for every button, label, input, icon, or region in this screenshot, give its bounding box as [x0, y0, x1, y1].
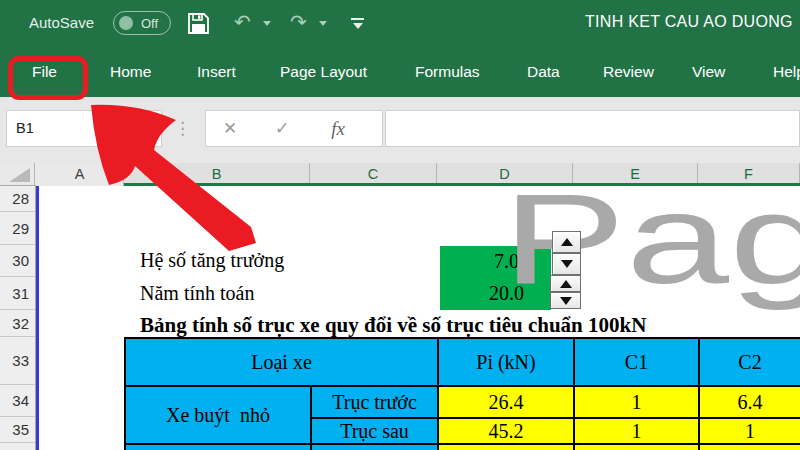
row-header-36[interactable]: 36 [0, 443, 35, 450]
year-spinner-up-button[interactable] [550, 275, 581, 292]
file-highlight-annotation [8, 56, 88, 100]
select-all-corner[interactable] [0, 163, 35, 186]
cell-c1[interactable]: C1 [573, 337, 698, 385]
namebox-resize-handle-icon[interactable]: ⋮ [174, 110, 191, 147]
row-header-28[interactable]: 28 [0, 186, 35, 212]
cell-pi-row2[interactable]: 45.2 [437, 417, 573, 443]
row-header-column: 28 29 30 31 32 33 34 35 36 [0, 186, 36, 450]
formula-button-panel: ✕ ✓ fx [205, 110, 383, 147]
row-header-29[interactable]: 29 [0, 212, 35, 245]
enter-icon[interactable]: ✓ [262, 111, 302, 146]
cell-loai-xe[interactable]: Loại xe [124, 337, 437, 385]
tab-data[interactable]: Data [527, 63, 560, 81]
tab-page-layout[interactable]: Page Layout [280, 63, 367, 81]
cell-c1-row1[interactable]: 1 [573, 385, 698, 417]
cell-truc-truoc-2[interactable]: Trục trước [310, 443, 437, 450]
cell-truc-truoc[interactable]: Trục trước [310, 385, 437, 417]
calc-year-label: Năm tính toán [140, 282, 254, 305]
save-icon[interactable] [187, 12, 210, 35]
selected-columns-underline [124, 183, 800, 186]
cell-c2-row1[interactable]: 6.4 [698, 385, 800, 417]
formula-bar-band: B1 ⋮ ✕ ✓ fx [0, 97, 800, 163]
formula-input[interactable] [385, 110, 800, 147]
qat-customize-arrow-icon[interactable] [353, 23, 363, 29]
cell-pi-row3[interactable]: 56.0 [437, 443, 573, 450]
row-header-31[interactable]: 31 [0, 277, 35, 310]
year-spinner [550, 275, 581, 309]
growth-spinner-up-button[interactable] [552, 231, 581, 253]
growth-spinner [552, 231, 581, 275]
qat-customize-icon[interactable] [351, 18, 364, 20]
cell-xe-buyt-nho[interactable]: Xe buýt nhỏ [124, 385, 310, 443]
cell-c2[interactable]: C2 [698, 337, 800, 385]
ribbon-tab-bar: File Home Insert Page Layout Formulas Da… [0, 47, 800, 97]
column-header-row: A B C D E F [0, 163, 800, 186]
tab-view[interactable]: View [692, 63, 725, 81]
row-header-34[interactable]: 34 [0, 385, 35, 417]
redo-dropdown-icon[interactable] [319, 21, 327, 26]
spinner-down-icon [560, 297, 572, 305]
growth-factor-label: Hệ số tăng trưởng [140, 249, 284, 272]
cancel-icon[interactable]: ✕ [210, 111, 250, 146]
column-header-a[interactable]: A [36, 163, 124, 186]
cell-c2-row2[interactable]: 1 [698, 417, 800, 443]
cell-b36[interactable] [124, 443, 310, 450]
tab-help[interactable]: Help [773, 63, 800, 81]
select-all-triangle-icon [9, 168, 30, 182]
autosave-state-label: Off [141, 16, 158, 31]
cell-pi-row1[interactable]: 26.4 [437, 385, 573, 417]
growth-spinner-down-button[interactable] [552, 253, 581, 275]
autosave-label: AutoSave [29, 14, 94, 31]
undo-icon[interactable]: ↶ [234, 10, 251, 34]
row-header-33[interactable]: 33 [0, 337, 35, 385]
row-header-32[interactable]: 32 [0, 310, 35, 337]
spinner-up-icon [561, 238, 573, 246]
tab-review[interactable]: Review [603, 63, 654, 81]
cell-c1-row2[interactable]: 1 [573, 417, 698, 443]
tab-formulas[interactable]: Formulas [415, 63, 480, 81]
year-spinner-down-button[interactable] [550, 292, 581, 309]
document-title: TINH KET CAU AO DUONG [585, 13, 793, 31]
redo-icon[interactable]: ↷ [290, 10, 307, 34]
cell-pi-kn[interactable]: Pi (kN) [437, 337, 573, 385]
table-title: Bảng tính số trục xe quy đổi về số trục … [140, 313, 646, 338]
tab-insert[interactable]: Insert [197, 63, 236, 81]
autosave-toggle-knob-icon [119, 16, 133, 30]
tab-home[interactable]: Home [110, 63, 151, 81]
spinner-up-icon [560, 280, 572, 288]
undo-dropdown-icon[interactable] [263, 21, 271, 26]
page-watermark: Pag [502, 186, 800, 303]
insert-function-icon[interactable]: fx [318, 111, 358, 146]
cell-c1-row3[interactable]: 1 [573, 443, 698, 450]
autosave-toggle[interactable]: Off [113, 11, 171, 35]
sheet-grid[interactable]: Pag Hệ số tăng trưởng Năm tính toán 7.0 … [36, 186, 800, 450]
row-header-30[interactable]: 30 [0, 245, 35, 277]
row-header-35[interactable]: 35 [0, 417, 35, 443]
cell-truc-sau[interactable]: Trục sau [310, 417, 437, 443]
spinner-down-icon [561, 260, 573, 268]
cell-c2-row3[interactable]: 6.4 [698, 443, 800, 450]
name-box[interactable]: B1 [6, 110, 162, 147]
title-bar: AutoSave Off ↶ ↷ TINH KET CAU AO DUONG [0, 0, 800, 47]
